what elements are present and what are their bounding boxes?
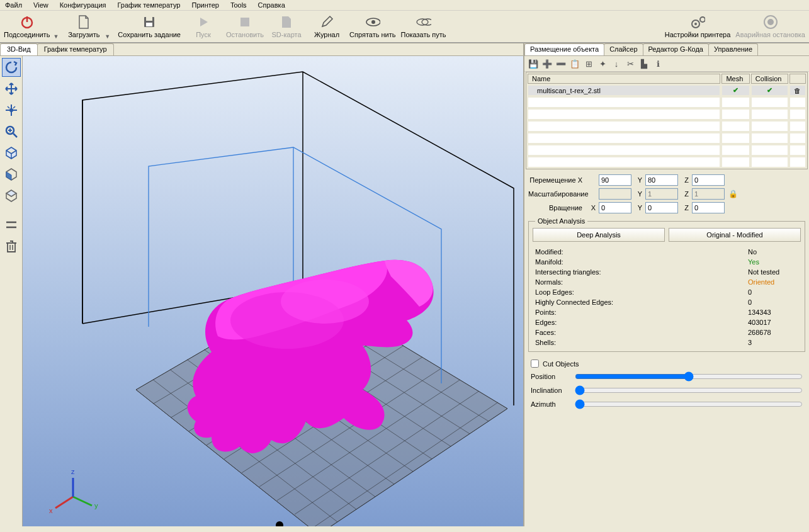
- scale-z-input[interactable]: [692, 188, 725, 200]
- connect-dropdown-icon[interactable]: ▼: [53, 33, 59, 40]
- info-icon[interactable]: ℹ: [653, 59, 663, 69]
- add-icon[interactable]: ➕: [542, 59, 552, 69]
- original-modified-button[interactable]: Original - Modified: [669, 228, 801, 242]
- deep-analysis-button[interactable]: Deep Analysis: [533, 228, 665, 242]
- save-icon[interactable]: 💾: [528, 59, 538, 69]
- svg-line-56: [73, 497, 92, 506]
- start-button[interactable]: Пуск: [183, 13, 223, 40]
- top-view-button[interactable]: [2, 186, 21, 205]
- copy-icon[interactable]: 📋: [570, 59, 580, 69]
- scale-y-input[interactable]: [645, 188, 678, 200]
- tab-control[interactable]: Управление: [708, 43, 758, 55]
- delete-button[interactable]: [2, 237, 21, 256]
- save-icon: [142, 14, 157, 30]
- svg-point-11: [694, 23, 697, 25]
- center-icon[interactable]: ✦: [597, 59, 608, 69]
- tab-3d-view[interactable]: 3D-Вид: [0, 43, 38, 55]
- svg-point-14: [767, 19, 774, 25]
- rotate-view-button[interactable]: [2, 58, 21, 77]
- mesh-ok-icon: ✔: [721, 85, 749, 96]
- transform-panel: Перемещение X Y Z Масштабирование Y Z 🔒 …: [524, 169, 809, 218]
- play-icon: [196, 14, 211, 30]
- tab-temp-chart[interactable]: График температур: [37, 43, 114, 55]
- hide-filament-button[interactable]: Спрятать нить: [347, 13, 398, 40]
- sdcard-button[interactable]: SD-карта: [266, 13, 307, 40]
- tab-object-placement[interactable]: Размещение объекта: [524, 43, 604, 55]
- cut-position-slider[interactable]: [575, 371, 803, 382]
- load-dropdown-icon[interactable]: ▼: [105, 33, 110, 40]
- col-collision[interactable]: Collision: [751, 74, 788, 84]
- right-tabs: Размещение объекта Слайсер Редактор G-Ко…: [524, 43, 809, 56]
- move-view-button[interactable]: [2, 79, 21, 98]
- menu-view[interactable]: View: [33, 1, 48, 9]
- col-mesh[interactable]: Mesh: [721, 74, 749, 84]
- printer-settings-button[interactable]: Настройки принтера: [662, 13, 733, 40]
- rotate-label: Вращение: [528, 204, 585, 212]
- mirror-icon[interactable]: ▙: [639, 59, 649, 69]
- document-icon: [76, 14, 91, 30]
- menu-help[interactable]: Справка: [258, 1, 285, 9]
- stop-button[interactable]: Остановить: [223, 13, 266, 40]
- cut-inclination-slider[interactable]: [575, 385, 803, 395]
- remove-icon[interactable]: ➖: [556, 59, 566, 69]
- menu-file[interactable]: Файл: [5, 1, 22, 9]
- show-path-button[interactable]: Показать путь: [399, 13, 449, 40]
- row-delete-icon[interactable]: 🗑: [789, 85, 806, 96]
- zoom-button[interactable]: [2, 122, 21, 141]
- svg-point-7: [371, 20, 375, 24]
- main-toolbar: Подсоединить ▼ Загрузить ▼ Сохранить зад…: [0, 11, 809, 43]
- gears-icon: [690, 14, 705, 30]
- scale-x-input[interactable]: [599, 188, 631, 200]
- object-toolbar: 💾 ➕ ➖ 📋 ⊞ ✦ ↓ ✂ ▙ ℹ: [524, 56, 809, 72]
- autoplace-icon[interactable]: ⊞: [584, 59, 594, 69]
- parallel-view-button[interactable]: [2, 215, 21, 234]
- cut-azimuth-slider[interactable]: [575, 399, 803, 409]
- table-row[interactable]: multiscan_t-rex_2.stl ✔ ✔ 🗑: [528, 85, 806, 96]
- svg-rect-5: [240, 18, 249, 26]
- svg-text:x: x: [49, 507, 53, 514]
- menu-temp-chart[interactable]: График температур: [118, 1, 181, 9]
- collision-ok-icon: ✔: [751, 85, 788, 96]
- object-name: multiscan_t-rex_2.stl: [528, 85, 720, 96]
- front-view-button[interactable]: [2, 165, 21, 184]
- cut-objects-checkbox[interactable]: [531, 359, 539, 368]
- tab-gcode-editor[interactable]: Редактор G-Кода: [643, 43, 709, 55]
- menu-tools[interactable]: Tools: [230, 1, 247, 9]
- rotate-y-input[interactable]: [645, 202, 678, 213]
- emergency-stop-button[interactable]: Аварийная остановка: [733, 13, 808, 40]
- svg-line-17: [13, 133, 17, 137]
- menu-config[interactable]: Конфигурация: [60, 1, 106, 9]
- stop-icon: [237, 14, 252, 30]
- col-name[interactable]: Name: [528, 74, 720, 84]
- translate-label: Перемещение X: [528, 176, 585, 184]
- object-analysis-panel: Object Analysis Deep Analysis Original -…: [528, 221, 805, 352]
- save-job-button[interactable]: Сохранить задание: [115, 13, 183, 40]
- split-icon[interactable]: ✂: [625, 59, 635, 69]
- eye-path-icon: [416, 14, 431, 30]
- log-button[interactable]: Журнал: [307, 13, 347, 40]
- rotate-x-input[interactable]: [599, 202, 631, 213]
- eye-icon: [365, 14, 380, 30]
- connect-button[interactable]: Подсоединить: [1, 13, 52, 40]
- lock-icon[interactable]: 🔒: [726, 190, 740, 198]
- scale-label: Масштабирование: [528, 190, 585, 198]
- svg-text:z: z: [71, 468, 75, 475]
- translate-x-input[interactable]: [599, 174, 631, 186]
- power-icon: [20, 14, 35, 30]
- load-button[interactable]: Загрузить: [64, 13, 104, 40]
- translate-z-input[interactable]: [692, 174, 725, 186]
- svg-point-12: [700, 17, 705, 22]
- menu-printer[interactable]: Принтер: [192, 1, 219, 9]
- sdcard-icon: [279, 14, 294, 30]
- drop-icon[interactable]: ↓: [611, 59, 621, 69]
- svg-line-54: [55, 497, 73, 508]
- objects-table: Name Mesh Collision multiscan_t-rex_2.st…: [526, 72, 808, 169]
- build-volume-wireframe: x y z: [23, 56, 523, 526]
- isometric-view-button[interactable]: [2, 144, 21, 162]
- rotate-z-input[interactable]: [692, 202, 725, 213]
- 3d-viewport[interactable]: x y z: [23, 56, 523, 526]
- col-delete: [789, 74, 806, 84]
- move-object-button[interactable]: [2, 101, 21, 120]
- translate-y-input[interactable]: [645, 174, 678, 186]
- tab-slicer[interactable]: Слайсер: [604, 43, 643, 55]
